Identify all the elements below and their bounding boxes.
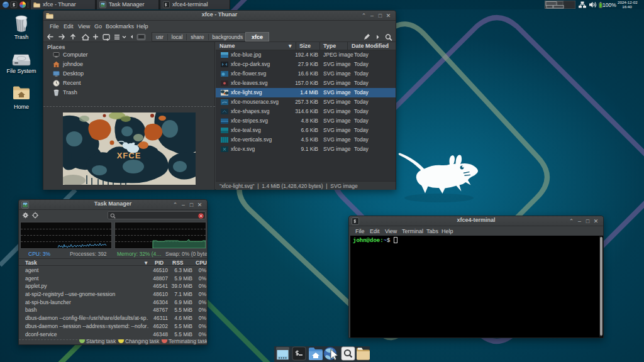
svg-text:XFCE: XFCE bbox=[117, 151, 142, 160]
